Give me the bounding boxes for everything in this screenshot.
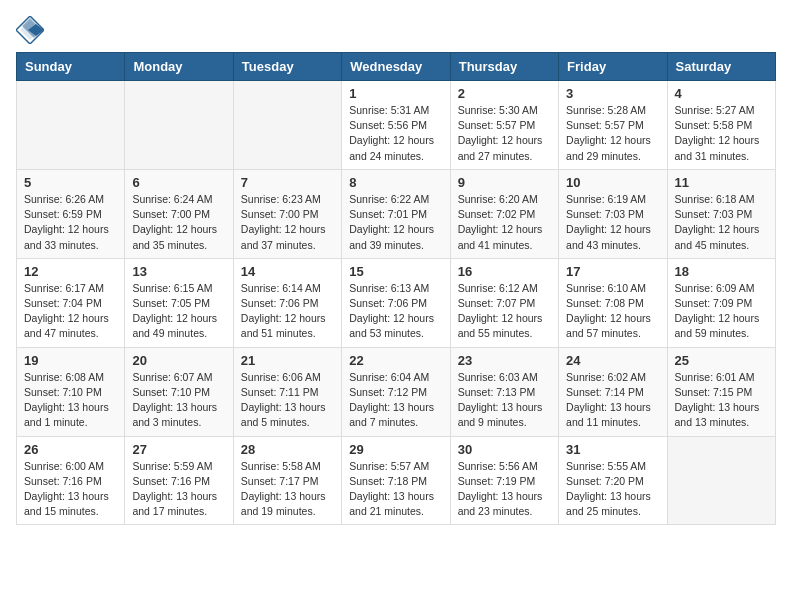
calendar-cell: 7Sunrise: 6:23 AM Sunset: 7:00 PM Daylig…: [233, 169, 341, 258]
calendar-cell: 3Sunrise: 5:28 AM Sunset: 5:57 PM Daylig…: [559, 81, 667, 170]
day-header-tuesday: Tuesday: [233, 53, 341, 81]
calendar-cell: 23Sunrise: 6:03 AM Sunset: 7:13 PM Dayli…: [450, 347, 558, 436]
calendar-cell: [17, 81, 125, 170]
calendar-cell: [233, 81, 341, 170]
day-info: Sunrise: 6:08 AM Sunset: 7:10 PM Dayligh…: [24, 370, 117, 431]
calendar-cell: 14Sunrise: 6:14 AM Sunset: 7:06 PM Dayli…: [233, 258, 341, 347]
day-number: 2: [458, 86, 551, 101]
day-number: 20: [132, 353, 225, 368]
day-info: Sunrise: 5:56 AM Sunset: 7:19 PM Dayligh…: [458, 459, 551, 520]
day-info: Sunrise: 6:07 AM Sunset: 7:10 PM Dayligh…: [132, 370, 225, 431]
day-header-friday: Friday: [559, 53, 667, 81]
day-number: 10: [566, 175, 659, 190]
page-header: [16, 16, 776, 44]
day-number: 4: [675, 86, 768, 101]
day-header-wednesday: Wednesday: [342, 53, 450, 81]
day-info: Sunrise: 6:14 AM Sunset: 7:06 PM Dayligh…: [241, 281, 334, 342]
day-info: Sunrise: 6:00 AM Sunset: 7:16 PM Dayligh…: [24, 459, 117, 520]
day-info: Sunrise: 5:55 AM Sunset: 7:20 PM Dayligh…: [566, 459, 659, 520]
calendar-cell: 9Sunrise: 6:20 AM Sunset: 7:02 PM Daylig…: [450, 169, 558, 258]
day-info: Sunrise: 6:13 AM Sunset: 7:06 PM Dayligh…: [349, 281, 442, 342]
calendar-cell: 31Sunrise: 5:55 AM Sunset: 7:20 PM Dayli…: [559, 436, 667, 525]
day-header-sunday: Sunday: [17, 53, 125, 81]
day-number: 12: [24, 264, 117, 279]
day-info: Sunrise: 6:09 AM Sunset: 7:09 PM Dayligh…: [675, 281, 768, 342]
day-number: 18: [675, 264, 768, 279]
day-number: 19: [24, 353, 117, 368]
day-number: 28: [241, 442, 334, 457]
day-number: 24: [566, 353, 659, 368]
day-info: Sunrise: 6:24 AM Sunset: 7:00 PM Dayligh…: [132, 192, 225, 253]
calendar-cell: 11Sunrise: 6:18 AM Sunset: 7:03 PM Dayli…: [667, 169, 775, 258]
day-number: 14: [241, 264, 334, 279]
logo: [16, 16, 48, 44]
calendar-cell: 8Sunrise: 6:22 AM Sunset: 7:01 PM Daylig…: [342, 169, 450, 258]
day-info: Sunrise: 5:57 AM Sunset: 7:18 PM Dayligh…: [349, 459, 442, 520]
calendar-cell: 19Sunrise: 6:08 AM Sunset: 7:10 PM Dayli…: [17, 347, 125, 436]
day-info: Sunrise: 6:06 AM Sunset: 7:11 PM Dayligh…: [241, 370, 334, 431]
calendar-cell: 4Sunrise: 5:27 AM Sunset: 5:58 PM Daylig…: [667, 81, 775, 170]
day-number: 13: [132, 264, 225, 279]
day-info: Sunrise: 6:03 AM Sunset: 7:13 PM Dayligh…: [458, 370, 551, 431]
day-number: 7: [241, 175, 334, 190]
day-info: Sunrise: 6:02 AM Sunset: 7:14 PM Dayligh…: [566, 370, 659, 431]
day-info: Sunrise: 5:28 AM Sunset: 5:57 PM Dayligh…: [566, 103, 659, 164]
calendar-header-row: SundayMondayTuesdayWednesdayThursdayFrid…: [17, 53, 776, 81]
logo-icon: [16, 16, 44, 44]
calendar-cell: [667, 436, 775, 525]
day-info: Sunrise: 6:15 AM Sunset: 7:05 PM Dayligh…: [132, 281, 225, 342]
day-number: 23: [458, 353, 551, 368]
day-number: 29: [349, 442, 442, 457]
day-info: Sunrise: 6:26 AM Sunset: 6:59 PM Dayligh…: [24, 192, 117, 253]
week-row-1: 1Sunrise: 5:31 AM Sunset: 5:56 PM Daylig…: [17, 81, 776, 170]
calendar-cell: 27Sunrise: 5:59 AM Sunset: 7:16 PM Dayli…: [125, 436, 233, 525]
day-number: 9: [458, 175, 551, 190]
calendar-cell: 12Sunrise: 6:17 AM Sunset: 7:04 PM Dayli…: [17, 258, 125, 347]
day-header-thursday: Thursday: [450, 53, 558, 81]
day-info: Sunrise: 6:22 AM Sunset: 7:01 PM Dayligh…: [349, 192, 442, 253]
calendar-cell: [125, 81, 233, 170]
day-info: Sunrise: 5:27 AM Sunset: 5:58 PM Dayligh…: [675, 103, 768, 164]
day-number: 26: [24, 442, 117, 457]
calendar-cell: 6Sunrise: 6:24 AM Sunset: 7:00 PM Daylig…: [125, 169, 233, 258]
week-row-2: 5Sunrise: 6:26 AM Sunset: 6:59 PM Daylig…: [17, 169, 776, 258]
calendar-cell: 18Sunrise: 6:09 AM Sunset: 7:09 PM Dayli…: [667, 258, 775, 347]
calendar-table: SundayMondayTuesdayWednesdayThursdayFrid…: [16, 52, 776, 525]
day-info: Sunrise: 6:19 AM Sunset: 7:03 PM Dayligh…: [566, 192, 659, 253]
week-row-3: 12Sunrise: 6:17 AM Sunset: 7:04 PM Dayli…: [17, 258, 776, 347]
day-info: Sunrise: 6:23 AM Sunset: 7:00 PM Dayligh…: [241, 192, 334, 253]
day-header-saturday: Saturday: [667, 53, 775, 81]
day-info: Sunrise: 5:30 AM Sunset: 5:57 PM Dayligh…: [458, 103, 551, 164]
calendar-cell: 24Sunrise: 6:02 AM Sunset: 7:14 PM Dayli…: [559, 347, 667, 436]
week-row-4: 19Sunrise: 6:08 AM Sunset: 7:10 PM Dayli…: [17, 347, 776, 436]
calendar-cell: 13Sunrise: 6:15 AM Sunset: 7:05 PM Dayli…: [125, 258, 233, 347]
day-number: 25: [675, 353, 768, 368]
day-info: Sunrise: 5:31 AM Sunset: 5:56 PM Dayligh…: [349, 103, 442, 164]
day-info: Sunrise: 6:12 AM Sunset: 7:07 PM Dayligh…: [458, 281, 551, 342]
calendar-cell: 30Sunrise: 5:56 AM Sunset: 7:19 PM Dayli…: [450, 436, 558, 525]
calendar-cell: 10Sunrise: 6:19 AM Sunset: 7:03 PM Dayli…: [559, 169, 667, 258]
calendar-cell: 25Sunrise: 6:01 AM Sunset: 7:15 PM Dayli…: [667, 347, 775, 436]
day-info: Sunrise: 6:18 AM Sunset: 7:03 PM Dayligh…: [675, 192, 768, 253]
calendar-cell: 2Sunrise: 5:30 AM Sunset: 5:57 PM Daylig…: [450, 81, 558, 170]
day-number: 27: [132, 442, 225, 457]
calendar-cell: 20Sunrise: 6:07 AM Sunset: 7:10 PM Dayli…: [125, 347, 233, 436]
calendar-cell: 15Sunrise: 6:13 AM Sunset: 7:06 PM Dayli…: [342, 258, 450, 347]
calendar-cell: 28Sunrise: 5:58 AM Sunset: 7:17 PM Dayli…: [233, 436, 341, 525]
day-info: Sunrise: 6:17 AM Sunset: 7:04 PM Dayligh…: [24, 281, 117, 342]
day-info: Sunrise: 5:59 AM Sunset: 7:16 PM Dayligh…: [132, 459, 225, 520]
day-number: 6: [132, 175, 225, 190]
day-number: 16: [458, 264, 551, 279]
calendar-cell: 29Sunrise: 5:57 AM Sunset: 7:18 PM Dayli…: [342, 436, 450, 525]
day-number: 17: [566, 264, 659, 279]
day-number: 30: [458, 442, 551, 457]
calendar-cell: 26Sunrise: 6:00 AM Sunset: 7:16 PM Dayli…: [17, 436, 125, 525]
day-number: 31: [566, 442, 659, 457]
day-number: 5: [24, 175, 117, 190]
calendar-cell: 5Sunrise: 6:26 AM Sunset: 6:59 PM Daylig…: [17, 169, 125, 258]
day-number: 15: [349, 264, 442, 279]
day-number: 3: [566, 86, 659, 101]
day-number: 22: [349, 353, 442, 368]
calendar-cell: 22Sunrise: 6:04 AM Sunset: 7:12 PM Dayli…: [342, 347, 450, 436]
week-row-5: 26Sunrise: 6:00 AM Sunset: 7:16 PM Dayli…: [17, 436, 776, 525]
